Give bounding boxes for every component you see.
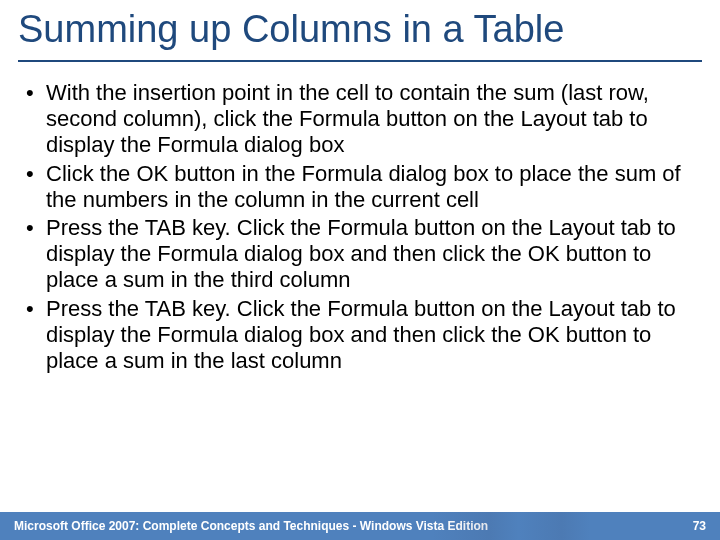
slide-container: Summing up Columns in a Table With the i… (0, 0, 720, 540)
slide-title: Summing up Columns in a Table (18, 8, 702, 62)
bullet-list: With the insertion point in the cell to … (18, 80, 702, 374)
list-item: Press the TAB key. Click the Formula but… (18, 215, 702, 293)
list-item: Click the OK button in the Formula dialo… (18, 161, 702, 213)
list-item: Press the TAB key. Click the Formula but… (18, 296, 702, 374)
page-number: 73 (693, 519, 706, 533)
footer-text: Microsoft Office 2007: Complete Concepts… (14, 519, 488, 533)
list-item: With the insertion point in the cell to … (18, 80, 702, 158)
slide-footer: Microsoft Office 2007: Complete Concepts… (0, 512, 720, 540)
